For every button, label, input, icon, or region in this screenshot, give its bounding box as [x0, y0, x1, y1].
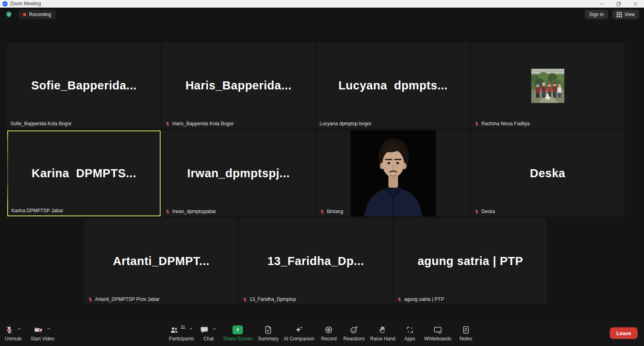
security-shield-icon[interactable] [5, 10, 13, 19]
meeting-toolbar: Unmute Start Video 11 Participants [0, 320, 644, 346]
unmute-button[interactable]: Unmute [4, 325, 23, 341]
participant-video-feed [351, 131, 436, 216]
ai-companion-button[interactable]: AI Companion [284, 325, 314, 341]
unmute-label: Unmute [5, 336, 22, 341]
participant-tile-rachma[interactable]: Rachma Nissa Fadliya [471, 43, 624, 128]
participant-tile-sofie[interactable]: Sofie_Bapperida... Sofie_Bapperida Kota … [7, 43, 161, 128]
muted-mic-icon [320, 209, 325, 214]
whiteboards-button[interactable]: Whiteboards [424, 325, 451, 341]
participant-tile-deska[interactable]: Deska Deska [471, 131, 624, 216]
participant-name-label: Bintang [327, 209, 343, 214]
reactions-label: Reactions [343, 336, 365, 341]
apps-button[interactable]: Apps [400, 325, 419, 341]
participant-display-name: Sofie_Bapperida... [7, 43, 161, 128]
chat-chevron-icon[interactable] [212, 326, 217, 331]
start-video-button[interactable]: Start Video [31, 325, 54, 341]
record-label: Record [321, 336, 337, 341]
participant-name-label: Haris_Bapperida Kota Bogor [172, 121, 234, 126]
recording-label: Recording [29, 12, 51, 17]
ai-companion-label: AI Companion [284, 336, 314, 341]
chat-icon [200, 325, 209, 334]
participant-display-name: 13_Faridha_Dp... [239, 218, 392, 304]
muted-mic-icon [397, 297, 402, 302]
view-button[interactable]: View [612, 10, 639, 19]
window-title: Zoom Meeting [10, 1, 41, 6]
leave-button[interactable]: Leave [610, 327, 638, 339]
notes-icon [461, 325, 470, 334]
participant-display-name: Artanti_DPMPT... [85, 218, 238, 304]
participant-name-tag: Karina DPMPTSP Jabar [8, 206, 67, 215]
participant-tile-karina-active-speaker[interactable]: Karina DPMPTS... Karina DPMPTSP Jabar [7, 131, 161, 216]
participant-name-label: Karina DPMPTSP Jabar [11, 208, 63, 213]
zoom-app-icon: zm [2, 1, 8, 6]
participant-tile-lucyana[interactable]: Lucyana dpmpts... Lucyana dpmptsp bogor [316, 43, 470, 128]
close-button[interactable] [627, 0, 644, 8]
participants-chevron-icon[interactable] [188, 326, 194, 331]
participant-name-label: Deska [481, 209, 495, 214]
participant-name-label: agung satria | PTP [404, 296, 444, 302]
summary-button[interactable]: Summary [258, 325, 279, 341]
participants-icon [169, 325, 179, 334]
grid-view-icon [617, 12, 622, 17]
participant-name-tag: Sofie_Bapperida Kota Bogor [7, 119, 75, 128]
apps-icon [405, 325, 414, 334]
participant-name-label: Artanti_DPMPTSP Prov Jabar [95, 296, 160, 302]
participant-tile-irwan[interactable]: Irwan_dpmptspj... Irwan_dpmptspjabar [162, 131, 315, 216]
view-label: View [624, 12, 635, 17]
participant-tile-haris[interactable]: Haris_Bapperida... Haris_Bapperida Kota … [162, 43, 315, 128]
whiteboards-label: Whiteboards [424, 336, 451, 341]
muted-mic-icon [242, 297, 248, 302]
window-titlebar: zm Zoom Meeting [0, 0, 644, 8]
participants-button[interactable]: 11 Participants [169, 325, 194, 341]
sign-in-button[interactable]: Sign in [585, 10, 609, 19]
participant-display-name: Lucyana dpmpts... [316, 43, 470, 128]
apps-label: Apps [404, 336, 415, 341]
participant-tile-agung[interactable]: agung satria | PTP agung satria | PTP [394, 218, 547, 304]
participant-display-name: Deska [471, 131, 624, 216]
notes-label: Notes [460, 336, 472, 341]
reactions-button[interactable]: Reactions [343, 325, 365, 341]
gallery-row-1: Sofie_Bapperida... Sofie_Bapperida Kota … [7, 43, 624, 128]
participant-name-label: Sofie_Bapperida Kota Bogor [10, 121, 72, 126]
participant-tile-faridha[interactable]: 13_Faridha_Dp... 13_Faridha_Dpmptsp [239, 218, 392, 304]
profile-photo [531, 68, 564, 103]
participant-name-label: Lucyana dpmptsp bogor [320, 121, 372, 126]
share-screen-label: Share Screen [223, 336, 252, 341]
start-video-label: Start Video [31, 336, 54, 341]
gallery-row-3: Artanti_DPMPT... Artanti_DPMPTSP Prov Ja… [7, 218, 624, 304]
audio-options-chevron-icon[interactable] [17, 326, 22, 331]
recording-dot-icon [23, 13, 26, 16]
notes-button[interactable]: Notes [456, 325, 475, 341]
participant-name-tag: Artanti_DPMPTSP Prov Jabar [85, 295, 163, 304]
participant-tile-bintang[interactable]: Bintang [316, 131, 470, 216]
share-screen-button[interactable]: Share Screen [223, 325, 252, 341]
participant-name-label: Irwan_dpmptspjabar [172, 209, 216, 214]
reactions-icon [350, 325, 359, 334]
record-button[interactable]: Record [320, 325, 338, 341]
record-icon [324, 325, 333, 334]
participants-label: Participants [169, 336, 194, 341]
participant-name-tag: Deska [471, 207, 499, 216]
sign-in-label: Sign in [589, 12, 604, 17]
participant-name-tag: Lucyana dpmptsp bogor [316, 119, 375, 128]
participant-name-tag: Irwan_dpmptspjabar [162, 207, 220, 216]
raise-hand-button[interactable]: Raise Hand [370, 325, 395, 341]
participant-name-label: 13_Faridha_Dpmptsp [250, 296, 296, 302]
muted-mic-icon [165, 209, 170, 214]
participant-name-tag: Bintang [316, 207, 347, 216]
muted-mic-icon [474, 121, 479, 126]
video-options-chevron-icon[interactable] [46, 326, 52, 331]
participant-name-tag: Rachma Nissa Fadliya [471, 119, 533, 128]
minimize-button[interactable] [593, 0, 610, 8]
chat-button[interactable]: Chat [199, 325, 218, 341]
participant-display-name: Irwan_dpmptspj... [162, 131, 315, 216]
camera-muted-icon [33, 325, 43, 334]
participant-name-tag: Haris_Bapperida Kota Bogor [162, 119, 237, 128]
participant-tile-artanti[interactable]: Artanti_DPMPT... Artanti_DPMPTSP Prov Ja… [85, 218, 238, 304]
maximize-button[interactable] [610, 0, 627, 8]
participant-name-tag: agung satria | PTP [394, 295, 448, 304]
recording-indicator[interactable]: Recording [19, 10, 56, 19]
gallery-row-2: Karina DPMPTS... Karina DPMPTSP Jabar Ir… [7, 131, 624, 216]
whiteboards-icon [433, 325, 443, 334]
summary-label: Summary [258, 336, 279, 341]
